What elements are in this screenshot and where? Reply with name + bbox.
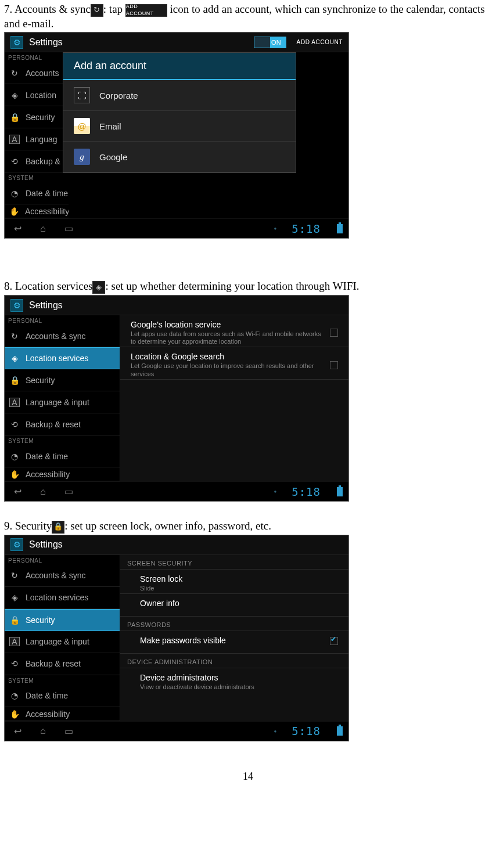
back-icon[interactable]: ↩ (10, 726, 24, 737)
email-icon: @ (74, 118, 90, 134)
status-clock: 5:18 (292, 485, 321, 498)
sidebar-item-access[interactable]: ✋Accessibility (5, 707, 120, 721)
recent-icon[interactable]: ▭ (62, 486, 76, 497)
sidebar-item-datetime[interactable]: ◔Date & time (5, 182, 69, 204)
location-icon: ◈ (9, 593, 20, 602)
owner-info-item[interactable]: Owner info (120, 594, 348, 617)
system-label: SYSTEM (5, 435, 120, 445)
sidebar-item-security[interactable]: 🔒Security (5, 369, 120, 391)
sidebar-item-access[interactable]: ✋Accessibility (5, 467, 120, 481)
screen-security-label: SCREEN SECURITY (120, 555, 348, 570)
sidebar-item-language[interactable]: ALanguage & input (5, 631, 120, 653)
section-9-text: 9. Security🔒: set up screen lock, owner … (4, 519, 492, 534)
sidebar-item-datetime[interactable]: ◔Date & time (5, 445, 120, 467)
back-icon[interactable]: ↩ (10, 486, 24, 497)
sidebar-item-security[interactable]: 🔒Security (5, 609, 120, 631)
settings-header: ⚙ Settings (5, 535, 348, 555)
google-icon: g (74, 149, 90, 165)
dialog-item-google[interactable]: g Google (63, 142, 296, 172)
location-google-search[interactable]: Location & Google search Let Google use … (120, 347, 348, 379)
corporate-icon: ⛶ (74, 87, 90, 103)
nav-bar: ↩ ⌂ ▭ ● 5:18 (5, 481, 348, 501)
sidebar-item-backup[interactable]: ⟲Backup & (5, 150, 69, 172)
recent-icon[interactable]: ▭ (62, 223, 76, 234)
status-dot: ● (274, 489, 276, 494)
s9-prefix: 9. Security (4, 520, 52, 532)
device-admin-label: DEVICE ADMINISTRATION (120, 654, 348, 668)
sidebar-item-location[interactable]: ◈Location services (5, 587, 120, 609)
back-icon[interactable]: ↩ (10, 223, 24, 234)
passwords-visible-item[interactable]: Make passwords visible (120, 631, 348, 654)
sync-icon: ↻ (9, 69, 20, 78)
settings-sidebar: PERSONAL ↻Accounts ◈Location 🔒Security A… (5, 52, 69, 218)
settings-title: Settings (29, 539, 348, 550)
clock-icon: ◔ (9, 189, 20, 198)
sync-icon: ↻ (91, 4, 103, 17)
hand-icon: ✋ (9, 207, 19, 216)
clock-icon: ◔ (9, 452, 20, 461)
settings-header: ⚙ Settings ON ADD ACCOUNT (5, 33, 348, 52)
screenshot-security: ⚙ Settings PERSONAL ↻Accounts & sync ◈Lo… (4, 535, 349, 741)
clock-icon: ◔ (9, 691, 20, 700)
add-account-button[interactable]: ADD ACCOUNT (291, 33, 348, 51)
sidebar-item-location[interactable]: ◈Location services (5, 347, 120, 369)
sidebar-item-security[interactable]: 🔒Security (5, 106, 69, 128)
security-content: SCREEN SECURITY Screen lock Slide Owner … (120, 555, 348, 721)
hand-icon: ✋ (9, 470, 20, 479)
dialog-item-corporate[interactable]: ⛶ Corporate (63, 80, 296, 111)
screenshot-accounts-sync: ⚙ Settings ON ADD ACCOUNT PERSONAL ↻Acco… (4, 32, 349, 239)
dialog-title: Add an account (63, 53, 296, 80)
checkbox-checked[interactable] (330, 637, 338, 645)
checkbox[interactable] (330, 329, 338, 337)
language-icon: A (9, 637, 20, 646)
s8-suffix: : set up whether determining your locati… (105, 280, 359, 292)
sidebar-item-accounts[interactable]: ↻Accounts & sync (5, 565, 120, 587)
nav-bar: ↩ ⌂ ▭ ● 5:18 (5, 218, 348, 238)
language-icon: A (9, 135, 20, 144)
passwords-label: PASSWORDS (120, 617, 348, 631)
sidebar-item-location[interactable]: ◈Location (5, 84, 69, 106)
add-account-dialog: Add an account ⛶ Corporate @ Email g Goo… (63, 52, 296, 173)
home-icon[interactable]: ⌂ (36, 224, 50, 234)
status-dot: ● (274, 226, 276, 231)
settings-gear-icon: ⚙ (10, 538, 23, 551)
lock-inline-icon: 🔒 (52, 521, 64, 534)
google-location-service[interactable]: Google's location service Let apps use d… (120, 315, 348, 347)
system-label: SYSTEM (5, 675, 120, 685)
device-admin-item[interactable]: Device administrators View or deactivate… (120, 668, 348, 692)
home-icon[interactable]: ⌂ (36, 487, 50, 497)
dialog-item-email[interactable]: @ Email (63, 111, 296, 142)
backup-icon: ⟲ (9, 157, 20, 166)
hand-icon: ✋ (9, 709, 20, 719)
language-icon: A (9, 398, 20, 407)
nav-bar: ↩ ⌂ ▭ ● 5:18 (5, 721, 348, 741)
home-icon[interactable]: ⌂ (36, 726, 50, 736)
settings-gear-icon: ⚙ (10, 36, 23, 49)
status-clock: 5:18 (292, 222, 321, 235)
sidebar-item-language[interactable]: ALanguage & input (5, 391, 120, 413)
sync-icon: ↻ (9, 332, 20, 341)
sidebar-item-backup[interactable]: ⟲Backup & reset (5, 413, 120, 435)
section-7-text: 7. Accounts & sync↻: tap ADD ACCOUNT ico… (4, 2, 492, 31)
lock-icon: 🔒 (9, 113, 20, 122)
screen-lock-item[interactable]: Screen lock Slide (120, 570, 348, 594)
personal-label: PERSONAL (5, 315, 120, 325)
checkbox[interactable] (330, 361, 338, 369)
battery-icon (337, 726, 343, 736)
settings-gear-icon: ⚙ (10, 299, 23, 312)
location-inline-icon: ◈ (92, 281, 105, 294)
s7-prefix: 7. Accounts & sync (4, 3, 91, 15)
sidebar-item-access[interactable]: ✋Accessibility (5, 204, 69, 218)
sidebar-item-backup[interactable]: ⟲Backup & reset (5, 653, 120, 675)
settings-sidebar: PERSONAL ↻Accounts & sync ◈Location serv… (5, 315, 120, 481)
recent-icon[interactable]: ▭ (62, 726, 76, 737)
sidebar-item-accounts[interactable]: ↻Accounts (5, 62, 69, 84)
sidebar-item-datetime[interactable]: ◔Date & time (5, 685, 120, 707)
add-account-icon: ADD ACCOUNT (125, 4, 167, 17)
system-label: SYSTEM (5, 172, 69, 182)
sidebar-item-accounts[interactable]: ↻Accounts & sync (5, 325, 120, 347)
backup-icon: ⟲ (9, 659, 20, 668)
sync-toggle[interactable]: ON (254, 37, 286, 48)
sidebar-item-language[interactable]: ALanguag (5, 128, 69, 150)
personal-label: PERSONAL (5, 52, 69, 62)
